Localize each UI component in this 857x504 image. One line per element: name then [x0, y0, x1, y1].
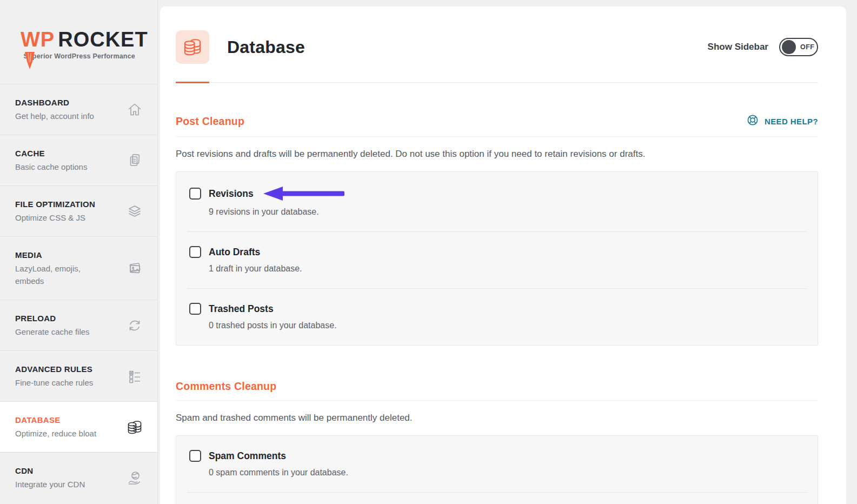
section-comments-cleanup: Comments Cleanup Spam and trashed commen… [176, 380, 818, 504]
auto-drafts-checkbox[interactable] [189, 246, 201, 258]
show-sidebar-label: Show Sidebar [708, 42, 768, 52]
lifebuoy-icon [746, 114, 759, 129]
sidebar-item-subtitle: LazyLoad, emojis, embeds [15, 262, 107, 287]
section-title: Post Cleanup [176, 115, 244, 128]
option-description: 9 revisions in your database. [209, 206, 805, 218]
option-description: 0 trashed posts in your database. [209, 320, 805, 331]
page-title: Database [227, 37, 305, 57]
revisions-checkbox[interactable] [189, 188, 201, 200]
pages-icon [126, 152, 143, 169]
sidebar-item-dashboard[interactable]: DASHBOARD Get help, account info [0, 84, 157, 135]
section-description: Post revisions and drafts will be perman… [176, 148, 818, 161]
section-title: Comments Cleanup [176, 380, 276, 393]
section-description: Spam and trashed comments will be perman… [176, 412, 818, 425]
database-page-icon [176, 30, 209, 64]
option-revisions: Revisions 9 revisions in your database. [176, 172, 818, 231]
logo-wp-text: WP [21, 28, 55, 51]
sidebar-item-title: CACHE [15, 148, 111, 160]
sidebar-item-subtitle: Fine-tune cache rules [15, 376, 111, 389]
home-icon [126, 101, 143, 118]
divider [176, 400, 818, 401]
sidebar-item-title: DATABASE [15, 414, 111, 426]
rules-icon [126, 368, 143, 385]
tab-underline [176, 82, 818, 83]
divider [176, 136, 818, 137]
sidebar-item-title: CDN [15, 465, 111, 477]
media-icon [126, 260, 143, 277]
sidebar-item-title: FILE OPTIMIZATION [15, 198, 111, 210]
sidebar-item-cache[interactable]: CACHE Basic cache options [0, 135, 157, 185]
sidebar-item-title: DASHBOARD [15, 97, 111, 109]
rocket-flame-icon [24, 52, 36, 70]
sidebar-nav: DASHBOARD Get help, account info CACHE B… [0, 84, 157, 503]
sidebar-item-title: MEDIA [15, 249, 107, 261]
sidebar-item-advanced-rules[interactable]: ADVANCED RULES Fine-tune cache rules [0, 350, 157, 401]
sidebar-item-subtitle: Integrate your CDN [15, 478, 111, 490]
toggle-knob [782, 40, 796, 54]
sidebar-item-media[interactable]: MEDIA LazyLoad, emojis, embeds [0, 236, 157, 300]
layers-icon [126, 203, 143, 220]
option-label: Trashed Posts [209, 303, 274, 315]
need-help-link[interactable]: NEED HELP? [746, 114, 818, 129]
sidebar: WPROCKET Superior WordPress Performance … [0, 0, 158, 504]
sidebar-item-title: ADVANCED RULES [15, 363, 111, 375]
sidebar-item-subtitle: Basic cache options [15, 161, 111, 173]
sidebar-item-cdn[interactable]: CDN Integrate your CDN [0, 452, 157, 503]
toggle-state-label: OFF [800, 43, 815, 51]
sidebar-item-subtitle: Optimize, reduce bloat [15, 427, 111, 440]
cdn-globe-icon [126, 469, 143, 487]
sidebar-item-title: PRELOAD [15, 313, 111, 324]
annotation-arrow-icon [263, 186, 344, 201]
comments-cleanup-panel: Spam Comments 0 spam comments in your da… [176, 435, 818, 504]
wp-rocket-logo: WPROCKET Superior WordPress Performance [0, 0, 157, 84]
refresh-icon [126, 317, 143, 334]
option-label: Auto Drafts [209, 247, 260, 258]
option-auto-drafts: Auto Drafts 1 draft in your database. [176, 232, 818, 288]
sidebar-item-preload[interactable]: PRELOAD Generate cache files [0, 300, 157, 350]
logo-rocket-text: ROCKET [58, 28, 148, 51]
sidebar-item-subtitle: Generate cache files [15, 326, 111, 338]
option-label: Revisions [209, 188, 254, 200]
sidebar-item-subtitle: Optimize CSS & JS [15, 211, 111, 224]
show-sidebar-toggle[interactable]: OFF [779, 38, 818, 56]
spam-comments-checkbox[interactable] [189, 450, 201, 462]
option-spam-comments: Spam Comments 0 spam comments in your da… [176, 436, 818, 492]
database-icon [126, 419, 143, 436]
main-content: Database Show Sidebar OFF Post Cleanup [160, 6, 846, 504]
need-help-label: NEED HELP? [765, 117, 818, 126]
option-trashed-posts: Trashed Posts 0 trashed posts in your da… [176, 289, 818, 345]
sidebar-item-file-optimization[interactable]: FILE OPTIMIZATION Optimize CSS & JS [0, 185, 157, 236]
trashed-posts-checkbox[interactable] [189, 303, 201, 315]
option-label: Spam Comments [209, 450, 286, 462]
logo-tagline: Superior WordPress Performance [21, 52, 135, 60]
sidebar-item-database[interactable]: DATABASE Optimize, reduce bloat [0, 401, 157, 452]
section-post-cleanup: Post Cleanup NEED HELP? Post revisions a… [176, 114, 818, 346]
post-cleanup-panel: Revisions 9 revisions in your database. … [176, 171, 818, 346]
sidebar-item-subtitle: Get help, account info [15, 110, 111, 122]
option-description: 1 draft in your database. [209, 263, 805, 275]
active-tab-indicator [176, 82, 209, 83]
page-header: Database Show Sidebar OFF [176, 30, 818, 64]
option-description: 0 spam comments in your database. [209, 467, 805, 479]
